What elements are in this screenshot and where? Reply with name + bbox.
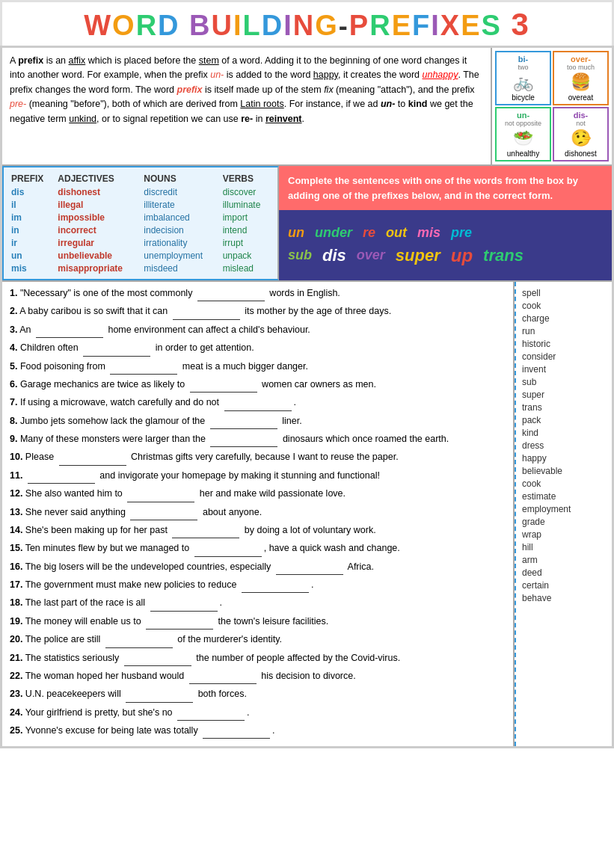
exercise-number: 2. xyxy=(10,306,17,316)
table-cell: unbelievable xyxy=(55,249,141,262)
col-adjectives: ADJECTIVES xyxy=(55,172,141,185)
exercise-number: 7. xyxy=(10,397,17,407)
img-sublabel-bi: two xyxy=(498,64,548,71)
exercise-number: 13. xyxy=(10,507,22,517)
word-bank-item: run xyxy=(522,324,606,337)
prefix-pre: pre xyxy=(451,225,472,241)
exercise-number: 3. xyxy=(10,324,17,335)
exercise-number: 4. xyxy=(10,342,17,353)
prefix-mis: mis xyxy=(417,225,440,241)
exercise-number: 16. xyxy=(10,561,22,572)
exercise-number: 25. xyxy=(10,725,22,736)
table-cell: discredit xyxy=(141,185,219,198)
word-bank-item: super xyxy=(522,388,606,401)
table-row: disdishonestdiscreditdiscover xyxy=(8,185,273,198)
word-bank-item: certain xyxy=(522,579,606,591)
exercise-number: 11. xyxy=(10,470,22,481)
list-item: 23. U.N. peacekeepers will both forces. xyxy=(10,687,506,702)
word-bank-item: charge xyxy=(522,312,606,324)
definition-section: A prefix is an affix which is placed bef… xyxy=(2,48,612,166)
word-bank-item: pack xyxy=(522,413,606,426)
table-cell: dishonest xyxy=(55,185,141,198)
exercise-number: 9. xyxy=(10,434,17,444)
img-label-dis: dis- xyxy=(556,111,606,120)
table-cell: illegal xyxy=(55,198,141,211)
exercises-main: 1. "Necessary" is one of the most common… xyxy=(2,282,515,746)
table-cell: discover xyxy=(220,185,273,198)
word-bank-item: trans xyxy=(522,401,606,413)
word-bank-item: sub xyxy=(522,375,606,388)
word-bank-item: happy xyxy=(522,452,606,464)
exercise-number: 21. xyxy=(10,653,22,663)
table-cell: misdeed xyxy=(141,262,219,274)
table-cell: imbalanced xyxy=(141,211,219,224)
prefix-table-container: PREFIX ADJECTIVES NOUNS VERBS disdishone… xyxy=(2,166,279,280)
prefixes-box: un under re out mis pre sub dis over sup… xyxy=(279,210,612,280)
list-item: 3. An home environment can affect a chil… xyxy=(10,323,506,338)
word-bank-item: cook xyxy=(522,477,606,490)
table-row: irirregularirrationalityirrupt xyxy=(8,236,273,249)
table-cell: impossible xyxy=(55,211,141,224)
prefix-dis: dis xyxy=(322,246,346,265)
table-cell: unpack xyxy=(220,249,273,262)
exercise-number: 1. xyxy=(10,288,17,298)
table-cell: misappropriate xyxy=(55,262,141,274)
list-item: 1. "Necessary" is one of the most common… xyxy=(10,286,506,301)
exercise-number: 24. xyxy=(10,707,22,718)
list-item: 2. A baby caribou is so swift that it ca… xyxy=(10,304,506,319)
prefix-table: PREFIX ADJECTIVES NOUNS VERBS disdishone… xyxy=(8,172,273,274)
list-item: 19. The money will enable us to the town… xyxy=(10,615,506,630)
table-cell: dis xyxy=(8,185,55,198)
exercise-number: 14. xyxy=(10,525,22,535)
word-bank-item: kind xyxy=(522,426,606,439)
list-item: 10. Please Christmas gifts very carefull… xyxy=(10,450,506,465)
exercise-number: 15. xyxy=(10,543,22,553)
exercise-number: 10. xyxy=(10,452,22,462)
table-cell: il xyxy=(8,198,55,211)
word-bank-item: behave xyxy=(522,591,606,604)
image-un: un- not opposite 🥗 unhealthy xyxy=(495,107,551,161)
table-cell: ir xyxy=(8,236,55,249)
prefix-over: over xyxy=(357,247,385,263)
table-cell: irrationality xyxy=(141,236,219,249)
list-item: 7. If using a microwave, watch carefully… xyxy=(10,395,506,410)
list-item: 11. and invigorate your homepage by maki… xyxy=(10,469,506,484)
word-bank-item: estimate xyxy=(522,490,606,502)
img-sublabel-over: too much xyxy=(556,64,606,71)
word-bank-item: invent xyxy=(522,363,606,375)
table-cell: mis xyxy=(8,262,55,274)
prefix-un: un xyxy=(288,225,304,241)
img-label-over: over- xyxy=(556,55,606,64)
img-caption-bi: bicycle xyxy=(498,93,548,102)
instructions-container: Complete the sentences with one of the w… xyxy=(279,166,612,280)
exercise-number: 8. xyxy=(10,416,17,426)
exercise-number: 5. xyxy=(10,361,17,372)
images-section: bi- two 🚲 bicycle over- too much 🍔 overe… xyxy=(492,48,612,164)
list-item: 21. The statistics seriously the number … xyxy=(10,651,506,666)
image-bi: bi- two 🚲 bicycle xyxy=(495,51,551,105)
middle-section: PREFIX ADJECTIVES NOUNS VERBS disdishone… xyxy=(2,166,612,282)
prefix-sub: sub xyxy=(288,247,312,263)
prefix-out: out xyxy=(386,225,407,241)
col-verbs: VERBS xyxy=(220,172,273,185)
word-bank-item: consider xyxy=(522,350,606,363)
table-cell: in xyxy=(8,224,55,236)
word-bank-item: spell xyxy=(522,286,606,299)
prefixes-row-1: un under re out mis pre xyxy=(288,225,603,241)
col-prefix: PREFIX xyxy=(8,172,55,185)
list-item: 17. The government must make new policie… xyxy=(10,578,506,593)
image-dis: dis- not 🤥 dishonest xyxy=(553,107,609,161)
title-bar: WORD BUILDING-PREFIXES 3 xyxy=(0,0,614,46)
table-cell: illuminate xyxy=(220,198,273,211)
exercise-number: 19. xyxy=(10,616,22,627)
table-cell: indecision xyxy=(141,224,219,236)
col-nouns: NOUNS xyxy=(141,172,219,185)
list-item: 15. Ten minutes flew by but we managed t… xyxy=(10,541,506,556)
page-title: WORD BUILDING-PREFIXES 3 xyxy=(5,7,609,43)
list-item: 18. The last part of the race is all . xyxy=(10,596,506,611)
table-cell: im xyxy=(8,211,55,224)
dishonest-icon: 🤥 xyxy=(556,129,606,148)
img-caption-dis: dishonest xyxy=(556,150,606,158)
table-row: inincorrectindecisionintend xyxy=(8,224,273,236)
table-row: mismisappropriatemisdeedmislead xyxy=(8,262,273,274)
